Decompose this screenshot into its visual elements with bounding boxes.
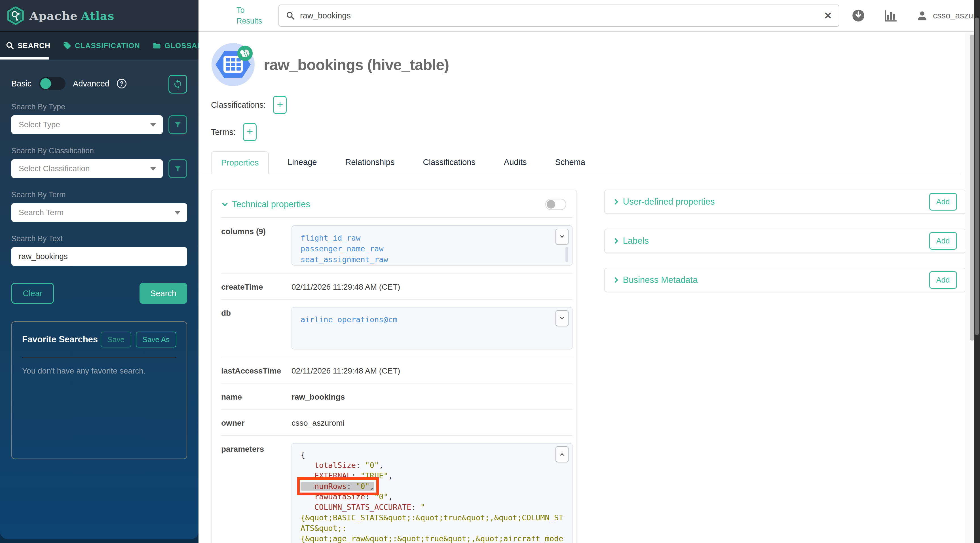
toggle-knob	[40, 78, 51, 89]
panel-business-metadata: Business MetadataAdd	[604, 268, 966, 292]
owner-value: csso_aszuromi	[291, 417, 573, 428]
app-title: ApacheAtlas	[30, 9, 114, 22]
type-select[interactable]: Select Type	[11, 115, 163, 134]
username: csso_aszuromi	[933, 11, 980, 21]
panel-labels: LabelsAdd	[604, 229, 966, 253]
createtime-label: createTime	[221, 281, 291, 292]
favorite-searches-title: Favorite Searches	[22, 334, 101, 345]
db-link[interactable]: airline_operations@cm	[301, 314, 563, 325]
add-term-button[interactable]	[243, 123, 257, 141]
search-by-text-label: Search By Text	[11, 234, 187, 243]
classification-filter-button[interactable]	[169, 159, 187, 178]
add-button-business-metadata[interactable]: Add	[929, 271, 957, 289]
page-title: raw_bookings (hive_table)	[264, 56, 449, 73]
nav-item-glossary[interactable]: GLOSSARY	[153, 41, 199, 50]
advanced-label: Advanced	[73, 79, 110, 89]
technical-properties-toggle[interactable]	[545, 198, 566, 210]
main-area: To Results ✕ csso_aszuromi	[199, 0, 974, 543]
columns-expand-button[interactable]	[555, 229, 568, 245]
add-classification-button[interactable]	[273, 96, 287, 114]
divider	[22, 357, 177, 358]
tab-properties[interactable]: Properties	[211, 151, 269, 174]
tag-icon	[63, 41, 72, 50]
chevron-right-icon[interactable]	[612, 277, 618, 283]
parameters-code-line: totalSize: "0",	[301, 461, 563, 471]
name-row: name raw_bookings	[221, 383, 573, 409]
search-form: Basic Advanced ? Search By Type Select T…	[0, 60, 199, 459]
columns-list: flight_id_rawpassenger_name_rawseat_assi…	[301, 233, 563, 265]
clear-button[interactable]: Clear	[11, 283, 54, 304]
chevron-right-icon[interactable]	[612, 199, 618, 205]
folder-icon	[153, 41, 161, 50]
statistics-icon[interactable]	[884, 8, 898, 23]
refresh-icon	[173, 79, 183, 89]
user-menu[interactable]: csso_aszuromi	[916, 10, 980, 22]
tab-audits[interactable]: Audits	[494, 151, 536, 174]
nav-item-classification[interactable]: CLASSIFICATION	[63, 41, 140, 50]
search-icon	[286, 11, 295, 20]
panel-title[interactable]: User-defined properties	[623, 197, 715, 207]
basic-advanced-toggle[interactable]	[39, 77, 65, 90]
search-icon	[6, 41, 14, 50]
clear-search-icon[interactable]: ✕	[824, 10, 832, 21]
apache-atlas-window: ApacheAtlas SEARCH CLASSIFICATION GL	[0, 0, 980, 543]
technical-properties-title[interactable]: Technical properties	[232, 199, 545, 210]
brand-atlas: Atlas	[81, 9, 114, 22]
tab-schema[interactable]: Schema	[545, 151, 595, 174]
classification-select[interactable]: Select Classification	[11, 159, 163, 178]
window-scrollbar[interactable]	[975, 17, 979, 335]
parameters-code-line: {&quot;age_raw&quot;:&quot;true&quot;,&q…	[301, 534, 563, 543]
name-value: raw_bookings	[291, 391, 573, 402]
tab-lineage[interactable]: Lineage	[278, 151, 326, 174]
technical-properties-panel: Technical properties columns (9) flight_…	[211, 190, 577, 543]
refresh-button[interactable]	[169, 75, 187, 94]
filter-icon	[174, 121, 182, 129]
parameters-code-line: EXTERNAL: "TRUE",	[301, 471, 563, 482]
search-by-term-label: Search By Term	[11, 191, 187, 199]
sidebar: ApacheAtlas SEARCH CLASSIFICATION GL	[0, 0, 199, 539]
parameters-label: parameters	[221, 443, 291, 543]
term-select[interactable]: Search Term	[11, 203, 187, 222]
type-filter-button[interactable]	[169, 115, 187, 134]
tab-classifications[interactable]: Classifications	[414, 151, 485, 174]
highlighted-parameter: numRows: "0",	[301, 482, 374, 491]
nav-item-search[interactable]: SEARCH	[6, 41, 51, 50]
help-icon[interactable]: ?	[117, 79, 126, 89]
hive-table-entity-icon	[211, 43, 255, 87]
download-icon[interactable]	[851, 8, 865, 23]
brand-apache: Apache	[30, 9, 78, 22]
search-text-input[interactable]	[11, 247, 187, 266]
lastaccesstime-row: lastAccessTime 02/11/2026 11:29:48 AM (C…	[221, 357, 573, 383]
add-button-user-defined-properties[interactable]: Add	[929, 193, 957, 211]
db-expand-button[interactable]	[555, 310, 568, 326]
panel-title[interactable]: Business Metadata	[623, 275, 698, 285]
parameters-code-line: rawDataSize: "0",	[301, 492, 563, 503]
search-by-classification-label: Search By Classification	[11, 146, 187, 155]
panel-title[interactable]: Labels	[623, 236, 649, 246]
columns-value-box: flight_id_rawpassenger_name_rawseat_assi…	[291, 225, 573, 265]
parameters-collapse-button[interactable]	[555, 446, 568, 462]
name-label: name	[221, 391, 291, 402]
search-button[interactable]: Search	[140, 283, 187, 304]
column-link-seat-assignment-raw[interactable]: seat_assignment_raw	[301, 254, 563, 265]
column-link-flight-id-raw[interactable]: flight_id_raw	[301, 233, 563, 243]
app-logo[interactable]: ApacheAtlas	[0, 0, 199, 31]
entity-detail: raw_bookings (hive_table) Classification…	[199, 32, 974, 141]
save-as-button[interactable]: Save As	[136, 332, 177, 348]
save-button[interactable]: Save	[101, 332, 131, 348]
global-search-input[interactable]	[300, 11, 819, 21]
type-select-value: Select Type	[19, 120, 60, 129]
classification-select-value: Select Classification	[19, 164, 90, 173]
columns-scrollbar[interactable]	[565, 247, 568, 262]
tab-relationships[interactable]: Relationships	[336, 151, 404, 174]
chevron-down-icon	[150, 123, 156, 127]
add-button-labels[interactable]: Add	[929, 232, 957, 250]
db-label: db	[221, 307, 291, 349]
toggle-knob	[547, 200, 555, 209]
parameters-row: parameters { totalSize: "0", EXTERNAL: "…	[221, 435, 573, 543]
chevron-right-icon[interactable]	[612, 238, 618, 244]
atlas-logo-icon	[7, 6, 24, 25]
column-link-passenger-name-raw[interactable]: passenger_name_raw	[301, 243, 563, 254]
to-results-link[interactable]: To Results	[237, 5, 262, 26]
collapse-chevron-icon[interactable]	[222, 201, 228, 206]
